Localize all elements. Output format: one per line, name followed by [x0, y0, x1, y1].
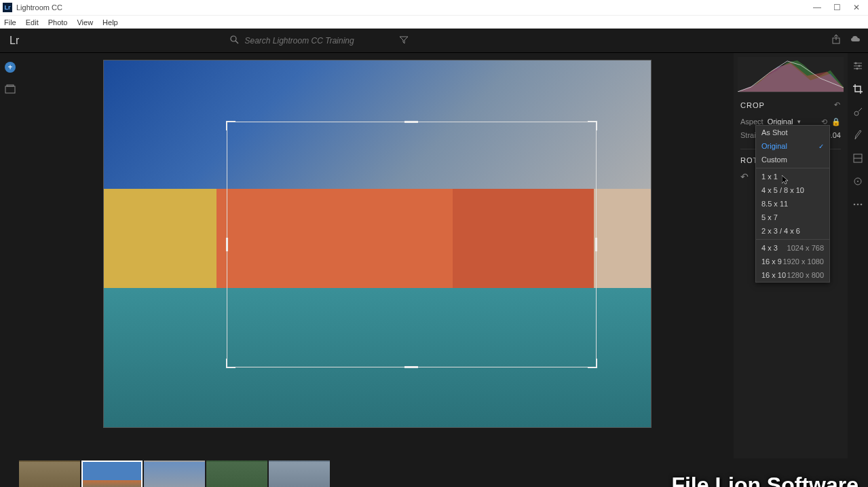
svg-point-9: [858, 65, 861, 67]
aspect-option-1x1[interactable]: 1 x 1: [756, 170, 829, 183]
svg-point-11: [854, 111, 858, 115]
menu-help[interactable]: Help: [102, 18, 118, 26]
search-icon: [230, 35, 239, 46]
crop-title: CROP: [740, 101, 765, 109]
left-rail: +: [0, 53, 20, 458]
aspect-option-custom[interactable]: Custom: [756, 153, 829, 166]
aspect-option-2x3[interactable]: 2 x 3 / 4 x 6: [756, 224, 829, 238]
menu-view[interactable]: View: [77, 18, 93, 26]
cloud-sync-icon[interactable]: [850, 35, 861, 46]
radial-gradient-icon[interactable]: [852, 175, 864, 187]
thumbnail[interactable]: [269, 461, 330, 487]
search-bar[interactable]: [230, 35, 409, 46]
canvas[interactable]: [20, 53, 734, 458]
linear-gradient-icon[interactable]: [852, 152, 864, 164]
crop-handle-bl[interactable]: [226, 359, 235, 368]
aspect-option-4x5[interactable]: 4 x 5 / 8 x 10: [756, 183, 829, 197]
filmstrip: File Lion Software: [0, 458, 868, 487]
add-photos-button[interactable]: +: [4, 61, 16, 73]
rotate-ccw-icon[interactable]: ↶: [740, 171, 749, 182]
crop-handle-tl[interactable]: [226, 121, 235, 130]
share-icon[interactable]: [831, 35, 841, 46]
crop-handle-top[interactable]: [404, 121, 418, 123]
svg-point-16: [854, 204, 856, 206]
aspect-option-85x11[interactable]: 8.5 x 11: [756, 197, 829, 211]
svg-point-17: [857, 204, 859, 206]
menu-edit[interactable]: Edit: [26, 18, 39, 26]
aspect-option-5x7[interactable]: 5 x 7: [756, 211, 829, 224]
thumbnail[interactable]: [81, 461, 143, 487]
aspect-ratio-menu[interactable]: As Shot Original✓ Custom 1 x 1 4 x 5 / 8…: [755, 125, 830, 283]
svg-point-15: [857, 181, 858, 182]
healing-brush-icon[interactable]: [852, 106, 864, 118]
photo-preview[interactable]: [103, 60, 652, 428]
watermark-text: File Lion Software: [671, 473, 858, 487]
tool-rail: [848, 53, 868, 458]
close-button[interactable]: ✕: [853, 3, 860, 12]
crop-handle-right[interactable]: [595, 238, 597, 251]
minimize-button[interactable]: —: [813, 3, 821, 12]
histogram: [738, 57, 844, 92]
aspect-option-original[interactable]: Original✓: [756, 139, 829, 153]
crop-panel-header: CROP ↶: [740, 101, 841, 109]
edit-panel: CROP ↶ Aspect Original ▾ ⟲ 🔒 Straighten …: [734, 53, 848, 458]
brush-tool-icon[interactable]: [852, 129, 864, 141]
aspect-chevron-icon[interactable]: ▾: [797, 118, 801, 125]
svg-rect-3: [5, 86, 15, 93]
thumbnail[interactable]: [206, 461, 267, 487]
crop-tool-icon[interactable]: [852, 83, 864, 95]
thumbnail[interactable]: [19, 461, 80, 487]
crop-handle-bottom[interactable]: [404, 366, 418, 368]
search-input[interactable]: [244, 36, 366, 46]
app-icon: Lr: [3, 3, 12, 12]
more-tools-icon[interactable]: [852, 198, 864, 211]
crop-handle-left[interactable]: [226, 238, 228, 251]
aspect-option-16x9[interactable]: 16 x 91920 x 1080: [756, 255, 829, 268]
filter-icon[interactable]: [399, 36, 409, 46]
maximize-button[interactable]: ☐: [833, 3, 841, 12]
app-title: Lightroom CC: [16, 3, 62, 12]
thumbnail[interactable]: [144, 461, 205, 487]
edit-sliders-icon[interactable]: [852, 60, 864, 72]
svg-point-8: [855, 62, 857, 65]
my-photos-icon[interactable]: [4, 83, 16, 95]
svg-point-18: [861, 204, 863, 206]
menu-photo[interactable]: Photo: [48, 18, 68, 26]
crop-handle-tr[interactable]: [588, 121, 597, 130]
svg-point-0: [231, 36, 236, 41]
crop-rectangle[interactable]: [227, 122, 597, 367]
app-header: Lr: [0, 29, 868, 53]
aspect-option-4x3[interactable]: 4 x 31024 x 768: [756, 241, 829, 255]
aspect-lock-icon[interactable]: 🔒: [831, 118, 841, 126]
logo: Lr: [10, 35, 19, 47]
reset-crop-icon[interactable]: ↶: [834, 101, 841, 109]
window-titlebar: Lr Lightroom CC — ☐ ✕: [0, 0, 868, 15]
menu-file[interactable]: File: [4, 18, 16, 26]
svg-rect-4: [7, 85, 14, 86]
crop-handle-br[interactable]: [588, 359, 597, 368]
aspect-option-16x10[interactable]: 16 x 101280 x 800: [756, 268, 829, 282]
svg-line-1: [235, 41, 238, 43]
menu-bar: File Edit Photo View Help: [0, 15, 868, 29]
svg-point-10: [856, 68, 858, 70]
aspect-option-as-shot[interactable]: As Shot: [756, 126, 829, 139]
